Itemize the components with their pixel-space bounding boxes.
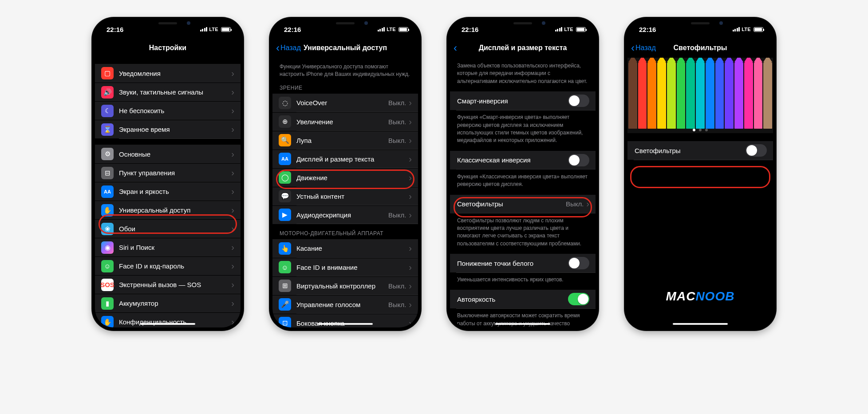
list-item[interactable]: 🔍ЛупаВыкл.› <box>272 131 418 150</box>
list-item[interactable]: ☾Не беспокоить› <box>95 101 241 120</box>
item-label: Звуки, тактильные сигналы <box>119 88 231 96</box>
list-item[interactable]: ✋Универсальный доступ› <box>95 201 241 219</box>
smart-invert-row[interactable]: Смарт-инверсия <box>450 91 596 110</box>
privacy-icon: ✋ <box>101 316 114 328</box>
pencil <box>677 62 686 129</box>
chevron-right-icon: › <box>409 243 412 253</box>
auto-brightness-toggle[interactable] <box>568 293 589 305</box>
chevron-right-icon: › <box>409 154 412 164</box>
list-item[interactable]: ▮Аккумулятор› <box>95 294 241 312</box>
carrier-label: LTE <box>209 27 218 32</box>
chevron-right-icon: › <box>409 281 412 291</box>
list-item[interactable]: ⊕УвеличениеВыкл.› <box>272 112 418 131</box>
color-filters-toggle-row[interactable]: Светофильтры <box>627 141 773 160</box>
list-item[interactable]: ☺Face ID и внимание› <box>272 258 418 276</box>
display-settings[interactable]: Замена объектов пользовательского интерф… <box>450 58 596 327</box>
item-label: Обои <box>119 225 231 233</box>
chevron-right-icon: › <box>231 280 234 290</box>
item-label: Основные <box>119 150 231 158</box>
vision-header: ЗРЕНИЕ <box>272 85 418 94</box>
color-filters-content[interactable]: Светофильтры <box>627 58 773 327</box>
home-indicator[interactable] <box>495 323 550 325</box>
chevron-right-icon: › <box>409 98 412 108</box>
home-indicator[interactable] <box>140 323 195 325</box>
list-item[interactable]: AAЭкран и яркость› <box>95 182 241 201</box>
item-label: Face ID и код-пароль <box>119 262 231 270</box>
color-filters-toggle[interactable] <box>746 144 767 157</box>
pencil <box>657 62 666 129</box>
list-item[interactable]: ▶АудиодескрипцияВыкл.› <box>272 205 418 224</box>
list-item[interactable]: 👆Касание› <box>272 239 418 258</box>
item-label: Устный контент <box>296 193 409 200</box>
home-indicator[interactable] <box>318 323 373 325</box>
item-value: Выкл. <box>388 282 406 290</box>
item-label: Управление голосом <box>296 301 388 308</box>
sound-icon: 🔊 <box>101 86 114 99</box>
list-item[interactable]: ⊡Боковая кнопка› <box>272 314 418 327</box>
list-item[interactable]: 🔊Звуки, тактильные сигналы› <box>95 83 241 101</box>
back-button[interactable]: ‹Назад <box>276 38 301 58</box>
pencil <box>734 62 743 129</box>
nav-bar: Настройки <box>95 38 241 58</box>
classic-footer: Функция «Классическая инверсия цвета» вы… <box>450 170 596 189</box>
classic-invert-toggle[interactable] <box>568 154 589 166</box>
list-item[interactable]: ⊟Пункт управления› <box>95 163 241 182</box>
phone-accessibility: 22:16 LTE ‹Назад Универсальный доступ Фу… <box>270 18 421 330</box>
list-item[interactable]: SOSЭкстренный вызов — SOS› <box>95 275 241 294</box>
list-item[interactable]: ◌VoiceOverВыкл.› <box>272 94 418 112</box>
home-indicator[interactable] <box>673 323 728 325</box>
list-item[interactable]: 💬Устный контент› <box>272 187 418 205</box>
accessibility-list[interactable]: Функции Универсального доступа помогают … <box>272 58 418 327</box>
chevron-right-icon: › <box>409 318 412 327</box>
list-item[interactable]: 🎤Управление голосомВыкл.› <box>272 295 418 314</box>
item-label: Экранное время <box>119 126 231 133</box>
list-item[interactable]: ▢Уведомления› <box>95 64 241 83</box>
display-icon: AA <box>101 185 114 198</box>
pencil <box>763 62 772 129</box>
chevron-right-icon: › <box>409 210 412 220</box>
item-label: Face ID и внимание <box>296 264 409 271</box>
back-button[interactable]: ‹ <box>454 38 457 58</box>
list-item[interactable]: ✋Конфиденциальность› <box>95 312 241 327</box>
classic-invert-row[interactable]: Классическая инверсия <box>450 151 596 170</box>
smart-invert-toggle[interactable] <box>568 95 589 107</box>
settings-list[interactable]: ▢Уведомления›🔊Звуки, тактильные сигналы›… <box>95 58 241 327</box>
list-item[interactable]: ☺Face ID и код-пароль› <box>95 256 241 275</box>
list-item[interactable]: ◉Siri и Поиск› <box>95 238 241 256</box>
list-item[interactable]: ⊞Виртуальный контроллерВыкл.› <box>272 276 418 295</box>
item-label: Лупа <box>296 137 388 144</box>
pencil <box>686 62 695 129</box>
item-value: Выкл. <box>388 301 406 308</box>
white-point-toggle[interactable] <box>568 257 589 269</box>
item-label: Пункт управления <box>119 169 231 177</box>
intro-text: Замена объектов пользовательского интерф… <box>450 58 596 85</box>
chevron-right-icon: › <box>231 168 234 178</box>
reduce-white-point-row[interactable]: Понижение точки белого <box>450 254 596 272</box>
smart-footer: Функция «Смарт-инверсия цвета» выполняет… <box>450 110 596 145</box>
list-item[interactable]: ❀Обои› <box>95 219 241 238</box>
screen-icon: ⌛ <box>101 123 114 136</box>
chevron-left-icon: ‹ <box>454 43 457 53</box>
page-title: Настройки <box>149 44 186 52</box>
pencils-preview[interactable] <box>627 58 773 133</box>
chevron-right-icon: › <box>231 242 234 252</box>
chevron-right-icon: › <box>231 224 234 234</box>
battery-icon <box>576 27 586 32</box>
row-icon: 👆 <box>279 242 291 255</box>
list-item[interactable]: AAДисплей и размер текста› <box>272 150 418 168</box>
chevron-right-icon: › <box>231 186 234 197</box>
list-item[interactable]: ◯Движение› <box>272 168 418 187</box>
item-value: Выкл. <box>388 137 406 144</box>
nav-bar: ‹Назад Универсальный доступ <box>272 38 418 58</box>
item-label: Siri и Поиск <box>119 244 231 251</box>
back-button[interactable]: ‹Назад <box>631 38 656 58</box>
page-indicator[interactable] <box>627 129 773 131</box>
auto-brightness-row[interactable]: Автояркость <box>450 290 596 308</box>
sos-icon: SOS <box>101 279 114 291</box>
list-item[interactable]: ⌛Экранное время› <box>95 120 241 138</box>
color-filters-row[interactable]: Светофильтры Выкл. › <box>450 195 596 213</box>
list-item[interactable]: ⚙Основные› <box>95 145 241 163</box>
row-icon: ⊞ <box>279 280 291 292</box>
chevron-left-icon: ‹ <box>631 43 635 53</box>
row-icon: ⊡ <box>279 317 291 327</box>
